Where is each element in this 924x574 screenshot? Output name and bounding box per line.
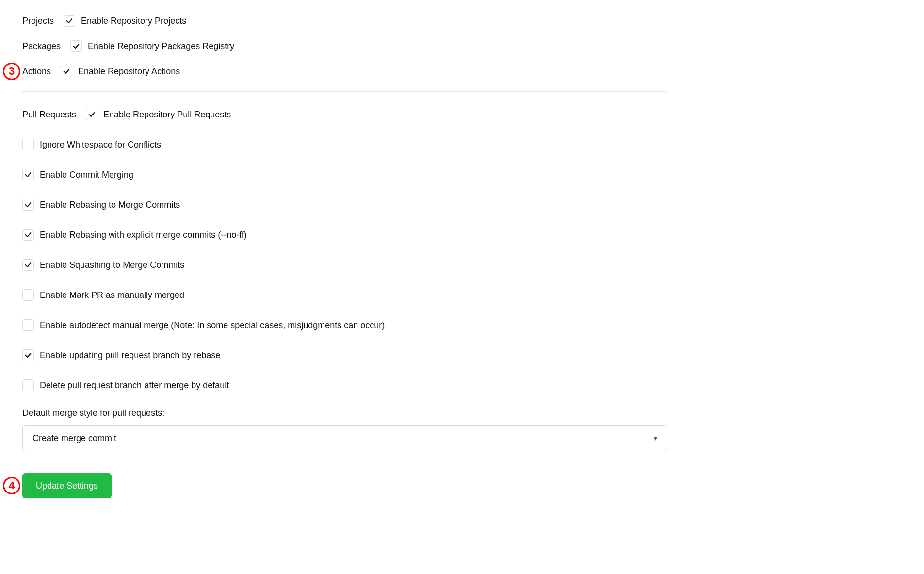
ignore-whitespace-checkbox[interactable] — [22, 139, 34, 150]
annotation-marker-4-text: 4 — [9, 479, 15, 492]
commit-merging-checkbox[interactable] — [22, 169, 34, 180]
pull-requests-checkbox[interactable] — [86, 109, 97, 120]
autodetect-text: Enable autodetect manual merge (Note: In… — [40, 320, 385, 330]
check-icon — [24, 171, 32, 179]
autodetect-row: Enable autodetect manual merge (Note: In… — [22, 310, 920, 340]
delete-branch-row: Delete pull request branch after merge b… — [22, 370, 920, 400]
squash-text: Enable Squashing to Merge Commits — [40, 260, 184, 270]
update-rebase-row: Enable updating pull request branch by r… — [22, 340, 920, 370]
projects-checkbox[interactable] — [64, 15, 75, 27]
annotation-marker-3: 3 — [3, 63, 20, 80]
rebase-merge-row: Enable Rebasing to Merge Commits — [22, 190, 920, 220]
rebase-merge-checkbox[interactable] — [22, 199, 34, 211]
pull-requests-row: Pull Requests Enable Repository Pull Req… — [22, 103, 920, 126]
projects-row: Projects Enable Repository Projects — [22, 10, 920, 32]
check-icon — [65, 17, 73, 25]
merge-style-select[interactable]: Create merge commit ▾ — [22, 425, 667, 451]
annotation-marker-3-text: 3 — [9, 65, 15, 78]
ignore-whitespace-text: Ignore Whitespace for Conflicts — [40, 140, 161, 150]
divider — [22, 91, 667, 92]
mark-manual-checkbox[interactable] — [22, 289, 34, 301]
commit-merging-row: Enable Commit Merging — [22, 160, 920, 190]
mark-manual-text: Enable Mark PR as manually merged — [40, 290, 184, 300]
check-icon — [63, 67, 70, 75]
rebase-noff-text: Enable Rebasing with explicit merge comm… — [40, 230, 247, 240]
autodetect-checkbox[interactable] — [22, 319, 34, 331]
merge-style-label: Default merge style for pull requests: — [22, 400, 920, 422]
packages-row: Packages Enable Repository Packages Regi… — [22, 35, 920, 57]
packages-checkbox[interactable] — [70, 40, 82, 52]
update-settings-button-label: Update Settings — [36, 481, 98, 491]
divider — [22, 463, 667, 463]
update-rebase-checkbox[interactable] — [22, 349, 34, 361]
update-rebase-text: Enable updating pull request branch by r… — [40, 350, 220, 361]
actions-checkbox[interactable] — [61, 66, 72, 77]
check-icon — [24, 351, 32, 359]
rebase-noff-checkbox[interactable] — [22, 229, 34, 241]
ignore-whitespace-row: Ignore Whitespace for Conflicts — [22, 130, 920, 160]
actions-text: Enable Repository Actions — [78, 66, 180, 77]
check-icon — [24, 261, 32, 269]
commit-merging-text: Enable Commit Merging — [40, 170, 133, 180]
actions-row: Actions Enable Repository Actions — [22, 60, 920, 82]
pull-requests-label: Pull Requests — [22, 110, 76, 120]
pull-requests-text: Enable Repository Pull Requests — [103, 110, 231, 120]
check-icon — [88, 111, 96, 118]
packages-text: Enable Repository Packages Registry — [88, 41, 234, 51]
update-settings-button[interactable]: Update Settings — [22, 473, 112, 498]
packages-label: Packages — [22, 41, 61, 51]
check-icon — [72, 42, 80, 50]
squash-checkbox[interactable] — [22, 259, 34, 271]
check-icon — [24, 231, 32, 239]
merge-style-selected: Create merge commit — [32, 433, 116, 443]
check-icon — [24, 201, 32, 209]
annotation-marker-4: 4 — [3, 477, 20, 494]
rebase-noff-row: Enable Rebasing with explicit merge comm… — [22, 220, 920, 250]
delete-branch-checkbox[interactable] — [22, 379, 34, 391]
projects-label: Projects — [22, 16, 54, 26]
caret-down-icon: ▾ — [654, 434, 657, 442]
rebase-merge-text: Enable Rebasing to Merge Commits — [40, 200, 180, 210]
mark-manual-row: Enable Mark PR as manually merged — [22, 280, 920, 310]
delete-branch-text: Delete pull request branch after merge b… — [40, 380, 229, 391]
squash-row: Enable Squashing to Merge Commits — [22, 250, 920, 280]
projects-text: Enable Repository Projects — [81, 16, 186, 26]
actions-label: Actions — [22, 66, 51, 77]
